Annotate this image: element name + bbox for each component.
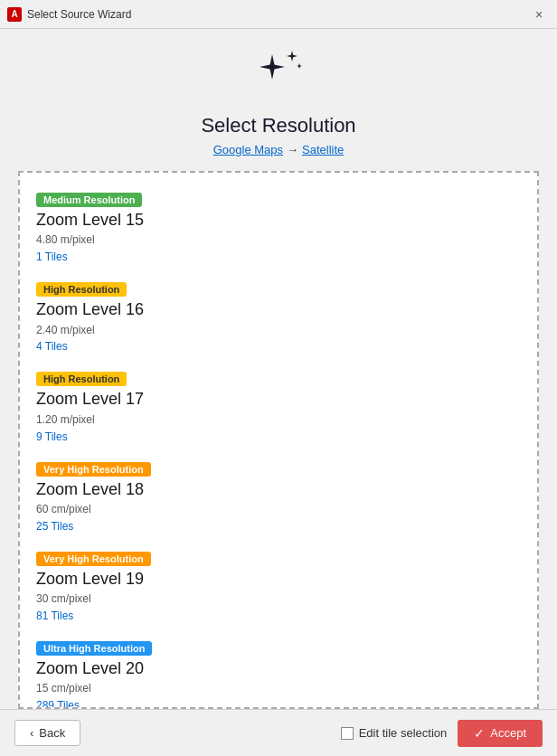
app-icon: A — [7, 7, 22, 22]
zoom-detail: 2.40 m/pixel — [36, 324, 95, 336]
page-title: Select Resolution — [201, 114, 355, 137]
back-label: Back — [39, 726, 65, 740]
breadcrumb-link[interactable]: Google Maps — [213, 143, 283, 156]
window-title: Select Source Wizard — [27, 8, 131, 21]
resolution-item[interactable]: Very High Resolution Zoom Level 19 30 cm… — [31, 543, 526, 630]
zoom-level-title: Zoom Level 19 — [36, 570, 144, 588]
resolution-badge: Very High Resolution — [36, 552, 151, 566]
breadcrumb-arrow: → — [287, 143, 298, 156]
resolution-item[interactable]: Medium Resolution Zoom Level 15 4.80 m/p… — [31, 184, 526, 271]
resolution-item[interactable]: Ultra High Resolution Zoom Level 20 15 c… — [31, 632, 526, 709]
close-button[interactable]: × — [528, 4, 550, 25]
zoom-level-title: Zoom Level 18 — [36, 480, 144, 498]
zoom-level-title: Zoom Level 15 — [36, 211, 144, 229]
resolution-list: Medium Resolution Zoom Level 15 4.80 m/p… — [18, 171, 539, 709]
zoom-level-title: Zoom Level 16 — [36, 300, 144, 318]
resolution-item[interactable]: High Resolution Zoom Level 16 2.40 m/pix… — [31, 273, 526, 361]
accept-button[interactable]: ✓ Accept — [458, 720, 543, 747]
zoom-detail: 1.20 m/pixel — [36, 413, 95, 426]
breadcrumb-current[interactable]: Satellite — [302, 143, 344, 156]
zoom-tiles: 25 Tiles — [36, 520, 73, 533]
zoom-level-title: Zoom Level 20 — [36, 659, 144, 677]
resolution-badge: Very High Resolution — [36, 462, 151, 477]
zoom-tiles: 81 Tiles — [36, 610, 73, 622]
zoom-tiles: 1 Tiles — [36, 250, 68, 263]
zoom-detail: 15 cm/pixel — [36, 682, 91, 695]
resolution-badge: High Resolution — [36, 372, 127, 386]
bottom-right-controls: Edit tile selection ✓ Accept — [341, 720, 543, 747]
bottom-bar: ‹ Back Edit tile selection ✓ Accept — [0, 709, 557, 756]
zoom-tiles: 289 Tiles — [36, 699, 80, 709]
zoom-tiles: 9 Tiles — [36, 430, 68, 443]
zoom-detail: 30 cm/pixel — [36, 592, 91, 605]
checkmark-icon: ✓ — [474, 726, 485, 741]
edit-tile-text: Edit tile selection — [359, 726, 448, 740]
resolution-item[interactable]: Very High Resolution Zoom Level 18 60 cm… — [31, 453, 526, 541]
zoom-detail: 60 cm/pixel — [36, 503, 91, 515]
breadcrumb: Google Maps → Satellite — [213, 143, 345, 156]
zoom-detail: 4.80 m/pixel — [36, 233, 95, 246]
resolution-badge: High Resolution — [36, 282, 127, 297]
accept-label: Accept — [490, 726, 526, 740]
stars-icon — [247, 47, 310, 105]
edit-tile-checkbox[interactable] — [341, 727, 354, 740]
edit-tile-selection-label[interactable]: Edit tile selection — [341, 726, 448, 740]
title-bar-left: A Select Source Wizard — [7, 7, 131, 22]
zoom-level-title: Zoom Level 17 — [36, 390, 144, 408]
resolution-badge: Ultra High Resolution — [36, 641, 152, 656]
resolution-item[interactable]: High Resolution Zoom Level 17 1.20 m/pix… — [31, 363, 526, 450]
resolution-badge: Medium Resolution — [36, 193, 142, 207]
main-content: Select Resolution Google Maps → Satellit… — [0, 29, 557, 709]
back-arrow-icon: ‹ — [30, 726, 33, 740]
title-bar: A Select Source Wizard × — [0, 0, 557, 29]
zoom-tiles: 4 Tiles — [36, 340, 68, 353]
back-button[interactable]: ‹ Back — [14, 720, 80, 746]
